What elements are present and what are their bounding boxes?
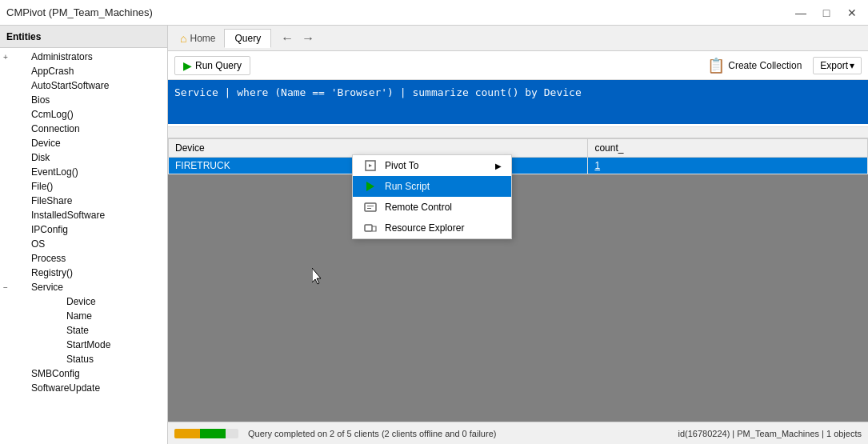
sidebar-item-installedsoftware[interactable]: InstalledSoftware bbox=[0, 208, 167, 222]
sidebar-item-process[interactable]: Process bbox=[0, 251, 167, 266]
query-horizontal-scrollbar[interactable] bbox=[168, 126, 868, 138]
tab-query[interactable]: Query bbox=[224, 29, 271, 48]
export-button[interactable]: Export ▾ bbox=[813, 57, 862, 74]
item-icon-os bbox=[16, 238, 29, 250]
item-icon-registry bbox=[16, 266, 29, 279]
item-label-connection: Connection bbox=[31, 123, 80, 134]
sidebar-item-device[interactable]: Device bbox=[0, 136, 167, 150]
status-text: Query completed on 2 of 5 clients (2 cli… bbox=[248, 429, 678, 438]
column-header-count: count_ bbox=[588, 139, 868, 158]
sidebar-item-service-name[interactable]: Name bbox=[0, 309, 167, 323]
tab-home[interactable]: ⌂ Home bbox=[171, 28, 224, 49]
sidebar-item-disk[interactable]: Disk bbox=[0, 150, 167, 165]
svg-rect-2 bbox=[365, 203, 376, 211]
sidebar-item-administrators[interactable]: +Administrators bbox=[0, 50, 167, 64]
close-button[interactable]: ✕ bbox=[842, 5, 862, 21]
item-icon-appcrash bbox=[16, 65, 29, 78]
sidebar-tree: +AdministratorsAppCrashAutoStartSoftware… bbox=[0, 48, 167, 444]
context-menu-item-run-script[interactable]: Run Script bbox=[353, 176, 511, 197]
item-label-smbconfig: SMBConfig bbox=[31, 368, 80, 379]
status-progress bbox=[174, 429, 238, 438]
sidebar-item-softwareupdate[interactable]: SoftwareUpdate bbox=[0, 381, 167, 395]
tab-bar: ⌂ Home Query ← → bbox=[168, 26, 868, 51]
nav-arrows: ← → bbox=[278, 30, 318, 47]
sidebar-item-ccmlog[interactable]: CcmLog() bbox=[0, 107, 167, 122]
run-query-button[interactable]: ▶ Run Query bbox=[174, 56, 250, 75]
item-icon-eventlog bbox=[16, 166, 29, 178]
sidebar-item-connection[interactable]: Connection bbox=[0, 122, 167, 136]
item-icon-installedsoftware bbox=[16, 209, 29, 222]
item-label-installedsoftware: InstalledSoftware bbox=[31, 210, 105, 221]
item-label-registry: Registry() bbox=[31, 267, 73, 278]
item-icon-smbconfig bbox=[16, 367, 29, 380]
item-icon-ccmlog bbox=[16, 108, 29, 121]
sidebar-item-service-status[interactable]: Status bbox=[0, 352, 167, 366]
table-row[interactable]: FIRETRUCK1 bbox=[169, 158, 868, 174]
nav-back-arrow[interactable]: ← bbox=[278, 30, 297, 47]
export-dropdown-icon: ▾ bbox=[850, 60, 854, 71]
sidebar-item-os[interactable]: OS bbox=[0, 237, 167, 251]
item-label-administrators: Administrators bbox=[31, 51, 93, 62]
item-icon-service bbox=[16, 281, 29, 294]
item-label-fileshare: FileShare bbox=[31, 195, 72, 206]
ctx-item-icon-resource-explorer bbox=[362, 222, 378, 234]
item-icon-service-state bbox=[51, 324, 64, 337]
sidebar-item-service-device[interactable]: Device bbox=[0, 294, 167, 309]
item-label-ccmlog: CcmLog() bbox=[31, 109, 74, 120]
item-label-service: Service bbox=[31, 282, 63, 293]
count-link[interactable]: 1 bbox=[594, 160, 600, 171]
cell-count[interactable]: 1 bbox=[588, 158, 868, 174]
item-label-ipconfig: IPConfig bbox=[31, 224, 68, 235]
item-icon-disk bbox=[16, 151, 29, 164]
item-icon-file bbox=[16, 180, 29, 193]
item-label-bios: Bios bbox=[31, 94, 50, 106]
item-icon-device bbox=[16, 137, 29, 150]
ctx-item-icon-run-script bbox=[362, 180, 378, 193]
sidebar-item-smbconfig[interactable]: SMBConfig bbox=[0, 366, 167, 381]
item-icon-softwareupdate bbox=[16, 382, 29, 394]
item-icon-bios bbox=[16, 94, 29, 106]
sidebar-item-registry[interactable]: Registry() bbox=[0, 266, 167, 280]
minimize-button[interactable]: — bbox=[791, 5, 810, 21]
create-collection-button[interactable]: 📋 Create Collection bbox=[702, 54, 806, 77]
item-label-service-name: Name bbox=[66, 310, 92, 322]
main-layout: Entities +AdministratorsAppCrashAutoStar… bbox=[0, 26, 868, 444]
ctx-item-icon-remote-control bbox=[362, 201, 378, 214]
item-label-softwareupdate: SoftwareUpdate bbox=[31, 382, 100, 394]
sidebar-item-bios[interactable]: Bios bbox=[0, 93, 167, 107]
status-bar: Query completed on 2 of 5 clients (2 cli… bbox=[168, 422, 868, 444]
query-input[interactable] bbox=[168, 80, 868, 124]
scrollbar-track bbox=[168, 127, 868, 138]
sidebar-item-service-state[interactable]: State bbox=[0, 323, 167, 338]
svg-marker-1 bbox=[366, 182, 374, 191]
sidebar-item-ipconfig[interactable]: IPConfig bbox=[0, 222, 167, 237]
maximize-button[interactable]: □ bbox=[817, 5, 836, 21]
svg-rect-5 bbox=[365, 225, 372, 231]
item-icon-connection bbox=[16, 122, 29, 135]
title-controls: — □ ✕ bbox=[791, 5, 862, 21]
results-table: Device count_ FIRETRUCK1 bbox=[168, 138, 868, 174]
nav-forward-arrow[interactable]: → bbox=[298, 30, 318, 47]
item-icon-service-startmode bbox=[51, 338, 64, 351]
sidebar-item-autostartsoftware[interactable]: AutoStartSoftware bbox=[0, 78, 167, 93]
sidebar-item-appcrash[interactable]: AppCrash bbox=[0, 64, 167, 78]
sidebar-item-service[interactable]: −Service bbox=[0, 280, 167, 294]
item-label-service-startmode: StartMode bbox=[66, 339, 110, 350]
item-label-os: OS bbox=[31, 238, 45, 250]
item-label-service-state: State bbox=[66, 325, 89, 336]
item-label-file: File() bbox=[31, 181, 53, 192]
sidebar-item-fileshare[interactable]: FileShare bbox=[0, 194, 167, 208]
context-menu-item-pivot-to[interactable]: Pivot To▶ bbox=[353, 155, 511, 176]
results-table-wrapper[interactable]: Device count_ FIRETRUCK1 bbox=[168, 138, 868, 174]
context-menu-item-remote-control[interactable]: Remote Control bbox=[353, 197, 511, 218]
toolbar: ▶ Run Query 📋 Create Collection Export ▾ bbox=[168, 51, 868, 80]
sidebar-item-file[interactable]: File() bbox=[0, 179, 167, 194]
item-label-service-device: Device bbox=[66, 296, 96, 307]
create-collection-icon: 📋 bbox=[707, 57, 725, 74]
window-title: CMPivot (PM_Team_Machines) bbox=[6, 6, 153, 18]
sidebar-item-eventlog[interactable]: EventLog() bbox=[0, 165, 167, 179]
sidebar-item-service-startmode[interactable]: StartMode bbox=[0, 338, 167, 352]
query-editor-area bbox=[168, 80, 868, 138]
context-menu-item-resource-explorer[interactable]: Resource Explorer bbox=[353, 218, 511, 238]
sidebar-header: Entities bbox=[0, 26, 167, 48]
